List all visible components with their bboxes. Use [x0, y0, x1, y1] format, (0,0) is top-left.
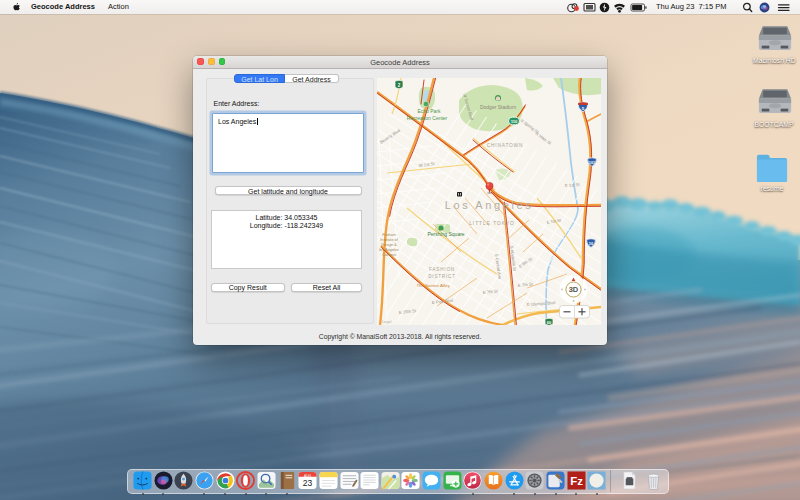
svg-text:Legal: Legal: [382, 320, 391, 324]
svg-text:Pershing Square: Pershing Square: [427, 231, 464, 237]
svg-text:Dodger Stadium: Dodger Stadium: [480, 104, 516, 110]
svg-text:101: 101: [589, 161, 595, 165]
svg-text:los Angeles: los Angeles: [379, 248, 399, 252]
svg-text:FASHION: FASHION: [429, 267, 455, 272]
svg-text:Design &: Design &: [381, 243, 397, 247]
svg-text:LITTLE TOKYO: LITTLE TOKYO: [469, 221, 515, 226]
svg-text:Institute of: Institute of: [380, 238, 398, 242]
svg-text:⚾: ⚾: [496, 96, 501, 101]
svg-text:Fz: Fz: [570, 474, 583, 486]
svg-text:Fashion: Fashion: [382, 233, 396, 237]
svg-text:Campus: Campus: [382, 253, 396, 257]
svg-text:23: 23: [303, 478, 313, 488]
svg-text:3D: 3D: [569, 285, 579, 294]
svg-text:Los Angeles: Los Angeles: [445, 199, 534, 211]
svg-text:AUG: AUG: [304, 473, 311, 477]
svg-text:110: 110: [511, 119, 518, 124]
svg-text:60: 60: [547, 320, 552, 325]
svg-text:Echo Park: Echo Park: [417, 108, 441, 114]
svg-text:DISTRICT: DISTRICT: [428, 274, 456, 279]
svg-text:Recreation Center: Recreation Center: [407, 115, 448, 121]
svg-text:10: 10: [589, 241, 594, 246]
svg-text:The Santee Alley: The Santee Alley: [416, 283, 450, 288]
svg-text:CHINATOWN: CHINATOWN: [487, 143, 523, 148]
